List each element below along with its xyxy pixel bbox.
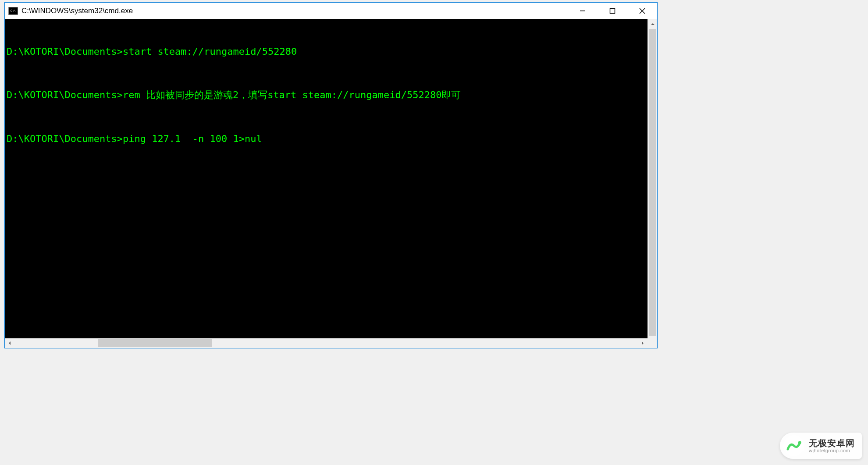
- watermark: 无极安卓网 wjhotelgroup.com: [780, 433, 862, 459]
- window-title: C:\WINDOWS\system32\cmd.exe: [21, 7, 568, 15]
- minimize-icon: [580, 8, 586, 14]
- close-icon: [639, 8, 645, 14]
- svg-rect-0: [580, 11, 585, 11]
- prompt: D:\KOTORI\Documents>: [7, 46, 123, 57]
- terminal-line: D:\KOTORI\Documents>rem 比如被同步的是游魂2，填写sta…: [7, 89, 646, 100]
- watermark-title: 无极安卓网: [809, 438, 855, 448]
- scrollbar-horizontal[interactable]: [5, 338, 647, 348]
- scrollbar-thumb-horizontal[interactable]: [98, 339, 212, 347]
- terminal-line: D:\KOTORI\Documents>start steam://rungam…: [7, 46, 646, 57]
- watermark-url: wjhotelgroup.com: [809, 448, 855, 453]
- maximize-icon: [609, 8, 615, 14]
- prompt: D:\KOTORI\Documents>: [7, 89, 123, 100]
- logo-icon: [786, 438, 802, 454]
- scroll-up-button[interactable]: [648, 19, 657, 29]
- command: rem 比如被同步的是游魂2，填写start steam://rungameid…: [123, 89, 461, 100]
- watermark-logo: [783, 435, 804, 456]
- window-controls: [568, 3, 657, 19]
- terminal-line: D:\KOTORI\Documents>ping 127.1 -n 100 1>…: [7, 133, 646, 144]
- cmd-icon: [8, 7, 18, 15]
- scroll-left-button[interactable]: [5, 338, 14, 348]
- chevron-right-icon: [640, 341, 645, 345]
- close-button[interactable]: [627, 3, 657, 19]
- command: ping 127.1 -n 100 1>nul: [123, 133, 262, 144]
- scroll-right-button[interactable]: [638, 338, 647, 348]
- svg-point-4: [798, 441, 801, 444]
- prompt: D:\KOTORI\Documents>: [7, 133, 123, 144]
- watermark-text: 无极安卓网 wjhotelgroup.com: [809, 438, 855, 453]
- scrollbar-thumb-vertical[interactable]: [649, 29, 656, 336]
- scrollbar-vertical[interactable]: [647, 19, 657, 348]
- terminal-area[interactable]: D:\KOTORI\Documents>start steam://rungam…: [5, 19, 657, 348]
- svg-rect-1: [610, 8, 615, 13]
- titlebar[interactable]: C:\WINDOWS\system32\cmd.exe: [5, 3, 657, 19]
- minimize-button[interactable]: [568, 3, 598, 19]
- scrollbar-corner: [647, 338, 657, 348]
- maximize-button[interactable]: [598, 3, 627, 19]
- command: start steam://rungameid/552280: [123, 46, 297, 57]
- chevron-left-icon: [7, 341, 12, 345]
- chevron-up-icon: [651, 22, 655, 26]
- scrollbar-h-track[interactable]: [14, 338, 638, 348]
- terminal-content[interactable]: D:\KOTORI\Documents>start steam://rungam…: [5, 19, 647, 348]
- cmd-window: C:\WINDOWS\system32\cmd.exe D:\KOTORI\Do…: [4, 2, 658, 348]
